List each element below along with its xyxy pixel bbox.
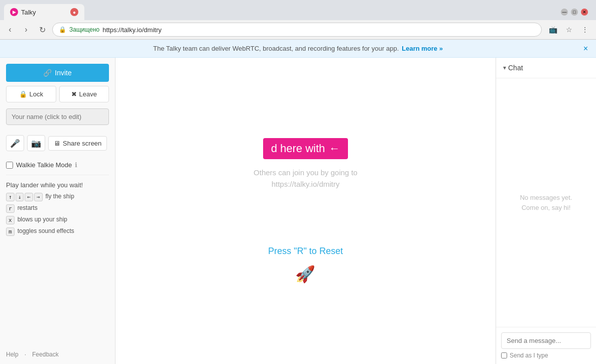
sound-description: toggles sound effects xyxy=(18,227,74,234)
lander-item-sound: m toggles sound effects xyxy=(6,227,109,236)
forward-button[interactable]: › xyxy=(20,24,32,36)
no-messages-line2: Come on, say hi! xyxy=(520,203,572,213)
join-line1: Others can join you by going to xyxy=(254,167,357,179)
main-content-area: d here with ← Others can join you by goi… xyxy=(115,58,496,364)
chat-header: ▾ Chat xyxy=(496,58,596,78)
right-key: → xyxy=(34,193,43,201)
center-content: d here with ← Others can join you by goi… xyxy=(254,138,357,284)
lander-item-fly: ↑ ↓ ← → fly the ship xyxy=(6,193,109,201)
microphone-button[interactable]: 🎤 xyxy=(6,135,24,151)
active-tab[interactable]: ▶ Talky ● xyxy=(4,4,84,20)
feedback-link[interactable]: Feedback xyxy=(32,351,59,358)
lander-item-explode: x blows up your ship xyxy=(6,216,109,224)
lander-title: Play lander while you wait! xyxy=(6,181,109,189)
explode-description: blows up your ship xyxy=(18,216,67,223)
chat-messages-area: No messages yet. Come on, say hi! xyxy=(496,78,596,327)
arrow-keys: ↑ ↓ ← → xyxy=(6,193,43,201)
banner-learn-more-link[interactable]: Learn more » xyxy=(402,45,443,52)
sidebar: 🔗 Invite 🔒 Lock ✖ Leave 🎤 📷 🖥 S xyxy=(0,58,115,364)
help-link[interactable]: Help xyxy=(6,351,19,358)
lock-button[interactable]: 🔒 Lock xyxy=(6,86,56,102)
send-as-type-row: Send as I type xyxy=(501,352,591,359)
info-icon[interactable]: ℹ xyxy=(75,161,77,169)
down-key: ↓ xyxy=(16,193,24,201)
lock-icon: 🔒 xyxy=(19,90,27,98)
invite-link-icon: 🔗 xyxy=(43,69,52,77)
no-messages-line1: No messages yet. xyxy=(520,193,572,203)
rocket-icon: 🚀 xyxy=(295,265,315,284)
browser-chrome: ▶ Talky ● — □ ✕ ‹ › ↻ 🔒 Защищено https:/… xyxy=(0,0,596,40)
tab-bar: ▶ Talky ● — □ ✕ xyxy=(0,0,596,20)
up-key: ↑ xyxy=(6,193,15,201)
window-controls: — □ ✕ xyxy=(561,9,592,16)
highlight-text: d here with xyxy=(271,142,325,155)
media-controls: 🎤 📷 🖥 Share screen xyxy=(6,131,109,155)
top-banner: The Talky team can deliver WebRTC, broad… xyxy=(0,40,596,58)
banner-text: The Talky team can deliver WebRTC, broad… xyxy=(153,45,399,52)
share-screen-button[interactable]: 🖥 Share screen xyxy=(48,136,107,151)
fly-description: fly the ship xyxy=(46,193,74,200)
no-messages-text: No messages yet. Come on, say hi! xyxy=(520,193,572,212)
lander-section: Play lander while you wait! ↑ ↓ ← → fly … xyxy=(6,175,109,239)
invite-button[interactable]: 🔗 Invite xyxy=(6,64,109,82)
url-bar[interactable]: 🔒 Защищено https://talky.io/dmitry xyxy=(52,23,542,37)
menu-button[interactable]: ⋮ xyxy=(578,23,592,37)
close-button[interactable]: ✕ xyxy=(581,9,588,16)
cast-button[interactable]: 📺 xyxy=(546,23,560,37)
highlight-text-block: d here with ← xyxy=(263,138,348,159)
send-as-type-label: Send as I type xyxy=(510,352,548,359)
m-key: m xyxy=(6,227,15,236)
arrow-indicator: ← xyxy=(329,142,340,155)
tab-close-button[interactable]: ● xyxy=(70,8,78,16)
banner-close-button[interactable]: × xyxy=(583,44,588,53)
app-container: The Talky team can deliver WebRTC, broad… xyxy=(0,40,596,364)
chat-chevron-icon: ▾ xyxy=(503,64,506,71)
join-text: Others can join you by going to https://… xyxy=(254,167,357,190)
tab-title: Talky xyxy=(21,9,67,16)
walkie-talkie-checkbox[interactable] xyxy=(6,162,13,169)
secure-label: Защищено xyxy=(69,26,99,33)
secure-lock-icon: 🔒 xyxy=(59,26,66,33)
screen-icon: 🖥 xyxy=(54,140,60,147)
main-layout: 🔗 Invite 🔒 Lock ✖ Leave 🎤 📷 🖥 S xyxy=(0,58,596,364)
sidebar-footer: Help · Feedback xyxy=(6,345,109,358)
leave-button[interactable]: ✖ Leave xyxy=(59,86,109,102)
reset-text: Press "R" to Reset xyxy=(268,246,343,257)
chat-panel: ▾ Chat No messages yet. Come on, say hi!… xyxy=(496,58,596,364)
back-button[interactable]: ‹ xyxy=(4,24,16,36)
x-key: x xyxy=(6,216,15,224)
chat-header-label: Chat xyxy=(508,64,523,72)
camera-button[interactable]: 📷 xyxy=(27,135,45,151)
action-buttons: 🔒 Lock ✖ Leave xyxy=(6,86,109,102)
footer-separator: · xyxy=(25,351,26,358)
left-key: ← xyxy=(25,193,33,201)
lander-item-restart: r restarts xyxy=(6,204,109,213)
tab-favicon: ▶ xyxy=(10,8,18,16)
maximize-button[interactable]: □ xyxy=(571,9,578,16)
leave-icon: ✖ xyxy=(71,90,77,98)
r-key: r xyxy=(6,204,15,213)
restart-description: restarts xyxy=(18,204,38,211)
join-line2: https://talky.io/dmitry xyxy=(254,179,357,190)
address-bar: ‹ › ↻ 🔒 Защищено https://talky.io/dmitry… xyxy=(0,20,596,39)
address-actions: 📺 ☆ ⋮ xyxy=(546,23,592,37)
url-display: https://talky.io/dmitry xyxy=(102,26,162,34)
walkie-talkie-label: Walkie Talkie Mode xyxy=(16,161,72,169)
walkie-talkie-row: Walkie Talkie Mode ℹ xyxy=(6,161,109,169)
chat-message-input[interactable] xyxy=(501,332,591,349)
refresh-button[interactable]: ↻ xyxy=(36,24,48,36)
name-input[interactable] xyxy=(6,108,109,125)
minimize-button[interactable]: — xyxy=(561,9,568,16)
chat-input-area: Send as I type xyxy=(496,327,596,364)
bookmark-button[interactable]: ☆ xyxy=(562,23,576,37)
send-as-type-checkbox[interactable] xyxy=(501,352,507,358)
